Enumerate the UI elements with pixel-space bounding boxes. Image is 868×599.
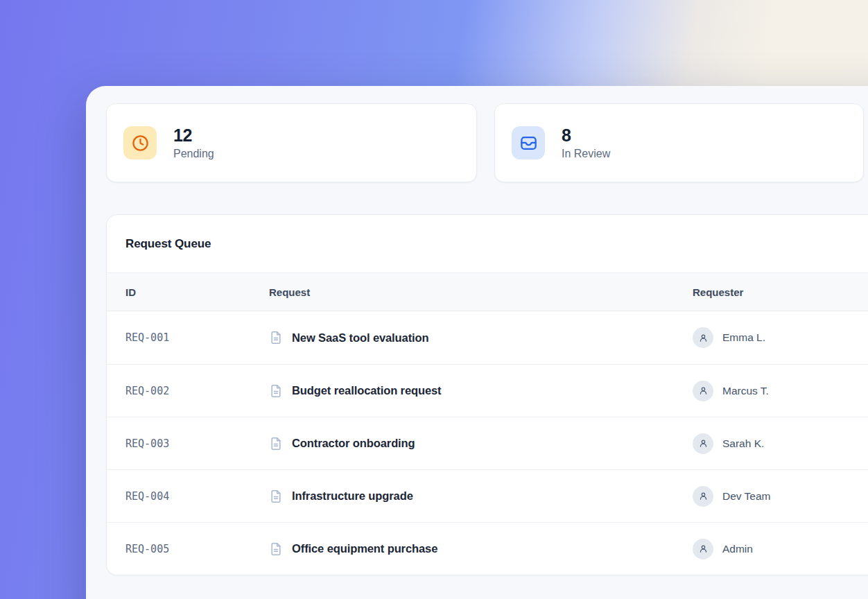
document-icon <box>269 331 283 345</box>
request-title: New SaaS tool evaluation <box>292 331 429 345</box>
table-title: Request Queue <box>125 237 211 251</box>
clock-icon <box>123 126 157 159</box>
avatar <box>693 327 713 348</box>
table-row[interactable]: REQ-004 Infrastructure upgrade Dev Team <box>107 469 868 522</box>
request-id: REQ-003 <box>125 437 169 450</box>
avatar <box>693 486 713 507</box>
document-icon <box>269 437 283 451</box>
stat-label-in-review: In Review <box>562 148 610 160</box>
request-id: REQ-004 <box>125 490 169 503</box>
document-icon <box>269 384 283 398</box>
dashboard-panel: 12 Pending 8 In Review Request Queue ID … <box>86 86 868 599</box>
table-header-row: ID Request Requester <box>107 272 868 311</box>
stat-value-in-review: 8 <box>562 125 610 146</box>
request-id: REQ-005 <box>125 543 169 555</box>
table-row[interactable]: REQ-003 Contractor onboarding Sarah K. <box>107 417 868 469</box>
request-queue-card: Request Queue ID Request Requester REQ-0… <box>106 214 868 575</box>
table-row[interactable]: REQ-005 Office equipment purchase Admin <box>107 522 868 575</box>
stats-row: 12 Pending 8 In Review <box>106 103 864 182</box>
column-header-id: ID <box>107 286 269 298</box>
request-id: REQ-001 <box>125 331 169 344</box>
requester-name: Dev Team <box>722 490 771 503</box>
request-title: Budget reallocation request <box>292 384 442 397</box>
request-title: Contractor onboarding <box>292 437 415 450</box>
stat-label-pending: Pending <box>173 148 214 160</box>
column-header-request: Request <box>269 286 693 298</box>
stat-card-pending: 12 Pending <box>106 103 477 182</box>
request-id: REQ-002 <box>125 385 169 397</box>
document-icon <box>269 542 283 556</box>
table-row[interactable]: REQ-001 New SaaS tool evaluation Emma L. <box>107 311 868 364</box>
column-header-requester: Requester <box>693 286 868 298</box>
requester-name: Sarah K. <box>722 437 764 450</box>
table-row[interactable]: REQ-002 Budget reallocation request Marc… <box>107 364 868 417</box>
request-title: Office equipment purchase <box>292 542 437 555</box>
stat-value-pending: 12 <box>173 125 214 146</box>
document-icon <box>269 489 283 503</box>
stat-card-in-review: 8 In Review <box>494 103 864 182</box>
avatar <box>693 381 713 401</box>
requester-name: Admin <box>722 543 753 555</box>
avatar <box>693 433 713 454</box>
table-body: REQ-001 New SaaS tool evaluation Emma L. <box>107 311 868 575</box>
avatar <box>693 539 713 559</box>
request-title: Infrastructure upgrade <box>292 489 413 503</box>
requester-name: Marcus T. <box>722 385 769 397</box>
inbox-icon <box>512 126 545 159</box>
requester-name: Emma L. <box>722 331 765 344</box>
